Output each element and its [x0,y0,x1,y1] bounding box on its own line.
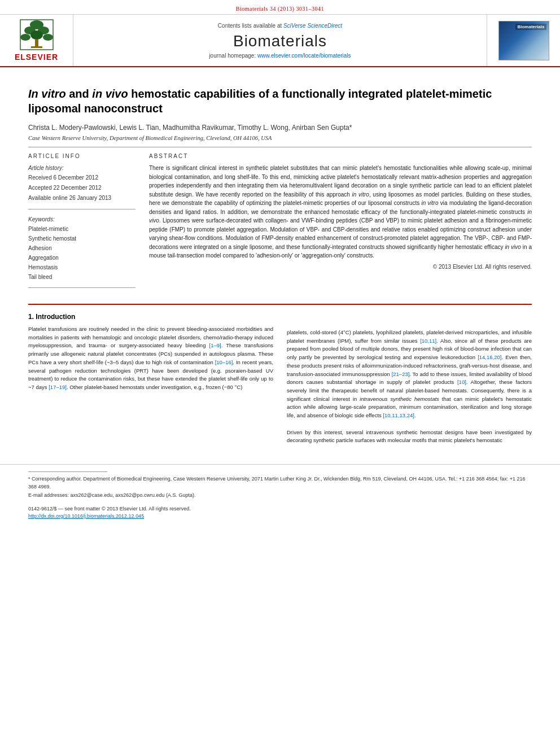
svg-rect-7 [35,40,38,47]
homepage-link[interactable]: www.elsevier.com/locate/biomaterials [257,53,351,59]
journal-header: Biomaterials 34 (2013) 3031–3041 [0,0,560,67]
body-left-text: Platelet transfusions are routinely need… [28,325,273,392]
info-divider2 [28,287,135,288]
cover-image: Biomaterials [498,21,549,60]
article-footer: * Corresponding author. Department of Bi… [0,464,560,527]
ref-link-10-16[interactable]: [10–16] [215,359,233,365]
footnote-divider [28,471,107,472]
authors: Christa L. Modery-Pawlowski, Lewis L. Ti… [28,123,532,133]
body-right-text: platelets, cold-stored (4°C) platelets, … [287,329,532,445]
title-in-vitro: In vitro [28,88,66,100]
svg-point-5 [43,34,53,41]
homepage-prefix: journal homepage: [209,53,257,59]
sciverse-text: Contents lists available at SciVerse Sci… [218,23,342,29]
elsevier-tree-icon [20,19,54,50]
title-in-vivo: in vivo [92,88,128,100]
page: Biomaterials 34 (2013) 3031–3041 [0,0,560,747]
journal-homepage: journal homepage: www.elsevier.com/locat… [209,53,351,59]
sciverse-link[interactable]: SciVerse ScienceDirect [283,23,342,29]
header-center: Contents lists available at SciVerse Sci… [73,15,487,66]
cover-label: Biomaterials [515,24,546,30]
doi-link[interactable]: http://dx.doi.org/10.1016/j.biomaterials… [28,513,144,519]
abstract-column: ABSTRACT There is significant clinical i… [149,153,532,294]
header-left: ELSEVIER [0,15,73,66]
article-info-column: ARTICLE INFO Article history: Received 6… [28,153,135,294]
abstract-header: ABSTRACT [149,153,532,159]
header-main: ELSEVIER Contents lists available at Sci… [0,14,560,66]
section1-title: 1. Introduction [28,313,273,321]
article-divider [28,147,532,147]
keywords-label: Keywords: [28,215,135,224]
svg-point-6 [30,30,43,40]
history-label: Article history: [28,164,135,173]
body-section: 1. Introduction Platelet transfusions ar… [28,313,532,445]
article-content: In vitro and in vivo hemostatic capabili… [0,67,560,456]
abstract-text: There is significant clinical interest i… [149,164,532,260]
affiliation: Case Western Reserve University, Departm… [28,135,532,141]
info-divider [28,209,135,209]
article-info-header: ARTICLE INFO [28,153,135,159]
header-right: Biomaterials [487,15,560,66]
elsevier-logo: ELSEVIER [15,19,58,62]
article-info-abstract: ARTICLE INFO Article history: Received 6… [28,153,532,294]
received-date: Received 6 December 2012 Accepted 22 Dec… [28,173,135,203]
svg-rect-8 [31,46,42,48]
footer-bottom: 0142-9612/$ — see front matter © 2013 El… [28,505,532,521]
svg-point-4 [20,34,30,41]
article-title: In vitro and in vivo hemostatic capabili… [28,86,532,116]
footer-doi: http://dx.doi.org/10.1016/j.biomaterials… [28,513,191,521]
footer-issn: 0142-9612/$ — see front matter © 2013 El… [28,505,191,513]
body-left-col: 1. Introduction Platelet transfusions ar… [28,313,273,445]
ref-link-10b[interactable]: [10] [457,379,466,385]
ref-link-17-19[interactable]: [17–19] [49,384,67,390]
elsevier-text: ELSEVIER [15,53,58,62]
contents-text: Contents lists available at [218,23,282,29]
body-right-col: platelets, cold-stored (4°C) platelets, … [287,313,532,445]
body-divider [28,304,532,305]
article-history: Article history: Received 6 December 201… [28,164,135,203]
keywords-section: Keywords: Platelet-mimetic Synthetic hem… [28,215,135,282]
journal-id-bar: Biomaterials 34 (2013) 3031–3041 [0,5,560,14]
ref-link-1-9[interactable]: [1–9] [209,342,221,348]
ref-link-10-11-13-24[interactable]: [10,11,13,24] [383,412,414,418]
ref-link-10-11[interactable]: [10,11] [420,338,436,344]
journal-title: Biomaterials [233,32,327,50]
footnote-corresponding: * Corresponding author. Department of Bi… [28,475,532,491]
ref-link-14-16-20[interactable]: [14,16,20] [478,354,501,360]
footer-left: 0142-9612/$ — see front matter © 2013 El… [28,505,191,521]
copyright: © 2013 Elsevier Ltd. All rights reserved… [149,264,532,270]
ref-link-21-23[interactable]: [21–23] [392,371,410,377]
title-connector: and [69,88,92,100]
keywords-list: Platelet-mimetic Synthetic hemostat Adhe… [28,224,135,282]
footnote-emails: E-mail addresses: axs262@case.edu, axs26… [28,492,532,500]
